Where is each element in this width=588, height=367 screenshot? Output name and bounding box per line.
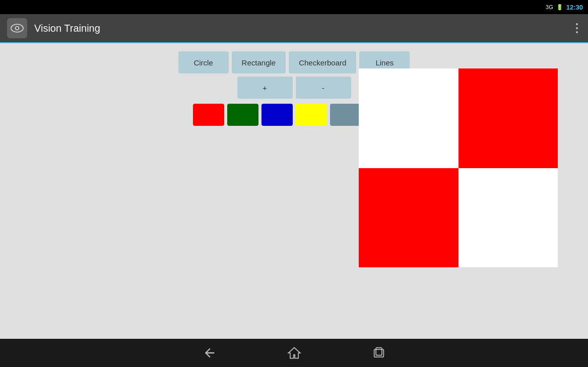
color-green[interactable]: [227, 104, 258, 126]
rectangle-button[interactable]: Rectangle: [232, 51, 286, 74]
home-button[interactable]: [282, 341, 306, 365]
svg-rect-4: [376, 348, 382, 355]
checkerboard-button[interactable]: Checkerboard: [289, 51, 356, 74]
color-gray[interactable]: [330, 104, 361, 126]
navigation-bar: [0, 339, 588, 367]
app-title: Vision Training: [34, 23, 573, 34]
svg-point-2: [16, 27, 18, 29]
checker-cell-topleft: [359, 68, 459, 168]
app-icon: [7, 18, 27, 38]
recents-button[interactable]: [367, 341, 391, 365]
circle-button[interactable]: Circle: [178, 51, 229, 74]
checkerboard-canvas: [359, 68, 558, 267]
clock: 12:30: [566, 4, 583, 11]
back-button[interactable]: [198, 341, 222, 365]
overflow-dot: [576, 23, 578, 25]
color-red[interactable]: [193, 104, 224, 126]
app-bar: Vision Training: [0, 14, 588, 43]
color-yellow[interactable]: [296, 104, 327, 126]
checker-cell-topright: [459, 68, 558, 168]
decrease-button[interactable]: -: [296, 77, 351, 99]
size-toolbar: + -: [237, 77, 351, 99]
color-blue[interactable]: [262, 104, 293, 126]
overflow-dot: [576, 27, 578, 29]
increase-button[interactable]: +: [237, 77, 293, 99]
overflow-menu-button[interactable]: [573, 20, 581, 36]
checker-cell-bottomright: [459, 168, 558, 268]
checker-cell-bottomleft: [359, 168, 459, 268]
signal-indicator: 3G: [546, 4, 553, 10]
status-bar: 3G 🔋 12:30: [0, 0, 588, 14]
battery-indicator: 🔋: [556, 4, 563, 11]
main-content: Circle Rectangle Checkerboard Lines + -: [0, 43, 588, 339]
overflow-dot: [576, 31, 578, 33]
